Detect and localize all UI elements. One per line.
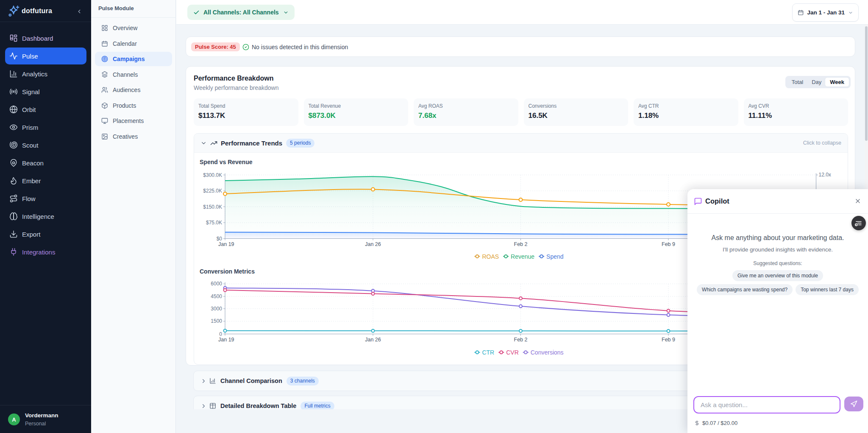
svg-text:CTR: CTR [482,349,494,356]
svg-text:Jan 26: Jan 26 [365,337,381,343]
svg-text:12.0x: 12.0x [819,172,831,178]
svg-text:Jan 19: Jan 19 [218,337,234,343]
svg-text:$300.0K: $300.0K [203,172,222,178]
svg-text:CVR: CVR [506,349,519,356]
svg-text:Jan 19: Jan 19 [218,241,234,247]
svg-text:1500: 1500 [211,318,222,324]
svg-text:$75.0K: $75.0K [206,220,222,226]
svg-text:Feb 2: Feb 2 [514,241,528,247]
svg-text:$225.0K: $225.0K [203,188,222,194]
svg-text:Revenue: Revenue [511,253,534,260]
svg-text:Feb 9: Feb 9 [662,241,675,247]
svg-text:Feb 9: Feb 9 [662,337,675,343]
svg-text:0: 0 [219,331,222,337]
svg-text:3000: 3000 [211,306,222,312]
svg-text:Jan 26: Jan 26 [365,241,381,247]
svg-text:4500: 4500 [211,293,222,299]
svg-text:ROAS: ROAS [482,253,499,260]
svg-text:$150.0K: $150.0K [203,204,222,210]
svg-text:Feb 2: Feb 2 [514,337,528,343]
svg-text:Spend: Spend [546,253,563,260]
svg-text:$0: $0 [217,236,223,242]
svg-text:Conversions: Conversions [531,349,564,356]
svg-text:6000: 6000 [211,281,222,287]
